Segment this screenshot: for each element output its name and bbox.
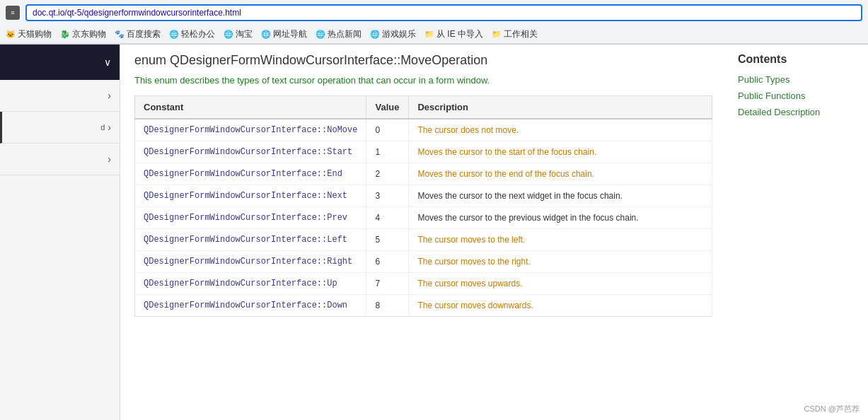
cell-description: The cursor moves to the left. bbox=[409, 229, 712, 251]
bookmark-item[interactable]: 🌐网址导航 bbox=[261, 28, 307, 40]
table-row: QDesignerFormWindowCursorInterface::Next… bbox=[135, 185, 712, 207]
contents-links: Public TypesPublic FunctionsDetailed Des… bbox=[738, 74, 857, 117]
table-row: QDesignerFormWindowCursorInterface::Righ… bbox=[135, 251, 712, 273]
cell-constant: QDesignerFormWindowCursorInterface::Left bbox=[135, 229, 366, 251]
bookmark-icon: 🌐 bbox=[370, 30, 380, 39]
bookmark-item[interactable]: 🐾百度搜索 bbox=[115, 28, 161, 40]
cell-description: Moves the cursor to the end of the focus… bbox=[409, 163, 712, 185]
cell-value: 1 bbox=[366, 141, 409, 163]
cell-description: The cursor does not move. bbox=[409, 119, 712, 141]
bookmark-label: 京东购物 bbox=[72, 28, 106, 40]
bookmark-label: 从 IE 中导入 bbox=[436, 28, 483, 40]
table-row: QDesignerFormWindowCursorInterface::Down… bbox=[135, 295, 712, 317]
cell-value: 0 bbox=[366, 119, 409, 141]
cell-constant: QDesignerFormWindowCursorInterface::Up bbox=[135, 273, 366, 295]
table-body: QDesignerFormWindowCursorInterface::NoMo… bbox=[135, 119, 712, 317]
bookmark-icon: 🐾 bbox=[115, 30, 125, 39]
cell-constant: QDesignerFormWindowCursorInterface::Down bbox=[135, 295, 366, 317]
bookmark-item[interactable]: 🌐热点新闻 bbox=[316, 28, 361, 40]
cell-description: The cursor moves to the right. bbox=[409, 251, 712, 273]
cell-value: 3 bbox=[366, 185, 409, 207]
sidebar-dark-section: ∨ bbox=[0, 45, 120, 80]
table-row: QDesignerFormWindowCursorInterface::NoMo… bbox=[135, 119, 712, 141]
bookmark-item[interactable]: 🌐游戏娱乐 bbox=[370, 28, 416, 40]
cell-constant: QDesignerFormWindowCursorInterface::Righ… bbox=[135, 251, 366, 273]
address-bar-row: ≡ bbox=[0, 0, 868, 25]
sidebar-item-2[interactable]: d › bbox=[0, 112, 120, 144]
bookmark-icon: 🐱 bbox=[6, 30, 16, 39]
bookmark-label: 天猫购物 bbox=[18, 28, 52, 40]
bookmark-item[interactable]: 🌐轻松办公 bbox=[169, 28, 215, 40]
page-title: enum QDesignerFormWindowCursorInterface:… bbox=[134, 45, 712, 75]
cell-value: 7 bbox=[366, 273, 409, 295]
bookmark-label: 百度搜索 bbox=[127, 28, 161, 40]
bookmark-icon: 🌐 bbox=[316, 30, 325, 39]
bookmark-icon: 🌐 bbox=[169, 30, 179, 39]
cell-value: 4 bbox=[366, 207, 409, 229]
browser-chrome: ≡ 🐱天猫购物🐉京东购物🐾百度搜索🌐轻松办公🌐淘宝🌐网址导航🌐热点新闻🌐游戏娱乐… bbox=[0, 0, 868, 45]
bookmark-item[interactable]: 🌐淘宝 bbox=[224, 28, 253, 40]
cell-description: Moves the cursor to the start of the foc… bbox=[409, 141, 712, 163]
cell-constant: QDesignerFormWindowCursorInterface::Next bbox=[135, 185, 366, 207]
bookmark-label: 热点新闻 bbox=[328, 28, 361, 40]
bookmark-label: 工作相关 bbox=[504, 28, 538, 40]
bookmark-label: 游戏娱乐 bbox=[382, 28, 416, 40]
contents-link-public-types[interactable]: Public Types bbox=[738, 74, 857, 85]
cell-constant: QDesignerFormWindowCursorInterface::End bbox=[135, 163, 366, 185]
contents-link-detailed-description[interactable]: Detailed Description bbox=[738, 107, 857, 117]
bookmark-item[interactable]: 🐉京东购物 bbox=[60, 28, 106, 40]
page-description: This enum describes the types of text cu… bbox=[134, 75, 712, 86]
main-content: enum QDesignerFormWindowCursorInterface:… bbox=[120, 45, 727, 420]
cell-value: 8 bbox=[366, 295, 409, 317]
bookmark-icon: 🌐 bbox=[261, 30, 271, 39]
cell-value: 5 bbox=[366, 229, 409, 251]
cell-description: Moves the cursor to the next widget in t… bbox=[409, 185, 712, 207]
table-row: QDesignerFormWindowCursorInterface::Star… bbox=[135, 141, 712, 163]
sidebar-label-2: d bbox=[100, 123, 105, 132]
cell-constant: QDesignerFormWindowCursorInterface::Prev bbox=[135, 207, 366, 229]
bookmark-item[interactable]: 📁从 IE 中导入 bbox=[424, 28, 483, 40]
bookmark-icon: 🐉 bbox=[60, 30, 70, 39]
left-sidebar: ∨ › d › › bbox=[0, 45, 120, 420]
table-row: QDesignerFormWindowCursorInterface::Up7T… bbox=[135, 273, 712, 295]
header-value: Value bbox=[366, 96, 409, 119]
cell-value: 2 bbox=[366, 163, 409, 185]
cell-value: 6 bbox=[366, 251, 409, 273]
footer-credit: CSDN @芦芭荐 bbox=[804, 404, 860, 414]
bookmark-label: 网址导航 bbox=[273, 28, 307, 40]
contents-link-public-functions[interactable]: Public Functions bbox=[738, 91, 857, 101]
bookmark-item[interactable]: 🐱天猫购物 bbox=[6, 28, 52, 40]
header-description: Description bbox=[409, 96, 712, 119]
cell-description: The cursor moves upwards. bbox=[409, 273, 712, 295]
header-constant: Constant bbox=[135, 96, 366, 119]
table-row: QDesignerFormWindowCursorInterface::Left… bbox=[135, 229, 712, 251]
cell-description: The cursor moves downwards. bbox=[409, 295, 712, 317]
sidebar-item-3[interactable]: › bbox=[0, 144, 120, 175]
main-layout: ∨ › d › › enum QDesignerFormWindowCursor… bbox=[0, 45, 868, 420]
sidebar-collapse-chevron[interactable]: ∨ bbox=[104, 57, 111, 68]
bookmark-icon: 🌐 bbox=[224, 30, 233, 39]
sidebar-chevron-2: › bbox=[108, 122, 111, 133]
bookmark-label: 轻松办公 bbox=[181, 28, 215, 40]
cell-constant: QDesignerFormWindowCursorInterface::NoMo… bbox=[135, 119, 366, 141]
cell-constant: QDesignerFormWindowCursorInterface::Star… bbox=[135, 141, 366, 163]
sidebar-chevron-1: › bbox=[108, 90, 111, 101]
bookmark-icon: 📁 bbox=[424, 30, 434, 39]
address-bar[interactable] bbox=[25, 4, 862, 21]
table-header-row: Constant Value Description bbox=[135, 96, 712, 119]
cell-description: Moves the cursor to the previous widget … bbox=[409, 207, 712, 229]
right-panel: Contents Public TypesPublic FunctionsDet… bbox=[727, 45, 868, 420]
bookmark-label: 淘宝 bbox=[236, 28, 253, 40]
sidebar-chevron-3: › bbox=[108, 153, 111, 165]
table-row: QDesignerFormWindowCursorInterface::Prev… bbox=[135, 207, 712, 229]
table-row: QDesignerFormWindowCursorInterface::End2… bbox=[135, 163, 712, 185]
bookmark-icon: 📁 bbox=[492, 30, 502, 39]
bookmarks-bar: 🐱天猫购物🐉京东购物🐾百度搜索🌐轻松办公🌐淘宝🌐网址导航🌐热点新闻🌐游戏娱乐📁从… bbox=[0, 25, 868, 44]
contents-title: Contents bbox=[738, 53, 857, 66]
bookmark-item[interactable]: 📁工作相关 bbox=[492, 28, 538, 40]
sidebar-item-1[interactable]: › bbox=[0, 80, 120, 112]
tab-icon: ≡ bbox=[6, 6, 20, 20]
enum-table: Constant Value Description QDesignerForm… bbox=[134, 95, 712, 317]
